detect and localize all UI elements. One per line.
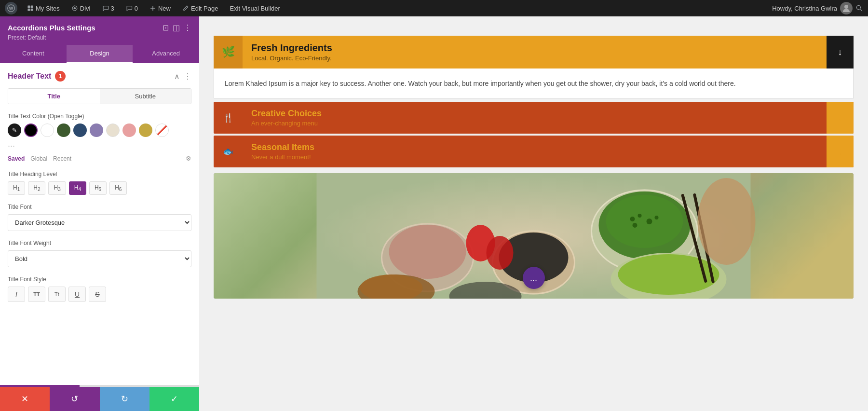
cancel-button[interactable]: ✕ [0,387,50,411]
color-swatches-row: ✎ [8,123,191,137]
expand-icon[interactable]: ◫ [173,23,180,32]
dots-icon[interactable]: ··· [8,141,15,151]
undo-button[interactable]: ↺ [50,387,99,411]
accordion-header-seasonal[interactable]: 🐟 Seasonal Items Never a dull moment! ↓ [214,136,854,167]
minimize-icon[interactable]: ⊡ [163,23,169,32]
heading-h4[interactable]: H4 [69,181,86,195]
sub-tab-subtitle[interactable]: Subtitle [100,89,191,104]
accordion-toggle-seasonal[interactable]: ↓ [827,136,854,167]
title-font-select[interactable]: Darker Grotesque [8,214,191,231]
heading-level-label: Title Heading Level [8,171,191,178]
tab-design[interactable]: Design [67,45,133,63]
title-font-weight-section: Title Font Weight Bold [8,240,191,267]
sub-tabs: Title Subtitle [8,88,191,104]
title-font-weight-select[interactable]: Bold [8,250,191,267]
uppercase-button[interactable]: TT [28,287,45,302]
accordion-icon-creative: 🍴 [214,102,243,134]
strikethrough-button[interactable]: S [89,287,106,302]
svg-point-16 [638,214,642,218]
save-button[interactable]: ✓ [149,387,199,411]
color-swatch-darkgreen[interactable] [57,123,70,137]
new-link[interactable]: New [148,5,173,12]
divi-label: Divi [80,5,91,12]
section-options-icon[interactable]: ⋮ [184,72,191,81]
heading-h5[interactable]: H5 [89,181,107,195]
redo-icon: ↻ [121,394,128,404]
italic-button[interactable]: I [8,287,25,302]
accordion-text-seasonal: Seasonal Items Never a dull moment! [243,136,827,167]
svg-rect-4 [27,9,30,11]
edit-page-label: Edit Page [191,5,218,12]
color-tab-global[interactable]: Global [30,155,47,162]
exit-builder-link[interactable]: Exit Visual Builder [228,5,282,12]
wp-logo-icon[interactable]: W [5,2,17,14]
title-font-style-label: Title Font Style [8,276,191,283]
svg-rect-2 [27,5,30,8]
svg-rect-5 [31,9,33,11]
accordion-text-creative: Creative Choices An ever-changing menu [243,102,827,134]
accordion-text-fresh: Fresh Ingredients Local. Organic. Eco-Fr… [243,36,827,68]
heading-h1[interactable]: H1 [8,181,25,195]
title-font-style-section: Title Font Style I TT Tt U S [8,276,191,302]
svg-point-7 [844,5,848,9]
divi-link[interactable]: Divi [69,5,93,12]
heading-h2[interactable]: H2 [28,181,45,195]
cancel-icon: ✕ [21,394,28,404]
font-style-buttons: I TT Tt U S [8,287,191,302]
accordion-header-creative[interactable]: 🍴 Creative Choices An ever-changing menu… [214,102,854,134]
color-swatch-beige[interactable] [106,123,120,137]
preset-selector[interactable]: Preset: Default [8,34,191,41]
food-image-background: ... [214,173,854,299]
heading-buttons-row: H1 H2 H3 H4 H5 H6 [8,181,191,195]
wp-admin-bar: W My Sites Divi 3 0 New Edit Page Exit V… [0,0,868,16]
color-swatch-white[interactable] [41,123,54,137]
accordion-toggle-creative[interactable]: ↓ [827,102,854,134]
search-icon[interactable] [855,4,863,12]
title-font-section: Title Font Darker Grotesque [8,204,191,231]
accordion-subtitle-fresh: Local. Organic. Eco-Friendly. [251,55,818,62]
accordion-title-seasonal: Seasonal Items [251,142,818,152]
edit-page-link[interactable]: Edit Page [180,5,220,12]
sub-tab-title[interactable]: Title [8,89,100,104]
color-swatch-black[interactable] [24,123,38,137]
underline-button[interactable]: U [68,287,86,302]
color-swatch-purple[interactable] [90,123,103,137]
user-avatar[interactable] [840,2,853,14]
svg-rect-3 [31,5,33,8]
my-sites-link[interactable]: My Sites [25,5,62,12]
accordion-header-fresh[interactable]: 🌿 Fresh Ingredients Local. Organic. Eco-… [214,36,854,68]
tab-advanced[interactable]: Advanced [133,45,199,63]
floating-menu-button[interactable]: ... [523,267,545,289]
section-header: Header Text 1 ∧ ⋮ [8,71,191,82]
color-swatch-pink[interactable] [122,123,136,137]
comments-counter[interactable]: 3 [100,5,116,12]
color-swatch-clear[interactable] [155,123,169,137]
comments-link[interactable]: 0 [124,5,140,12]
capitalize-button[interactable]: Tt [48,287,66,302]
svg-point-15 [630,217,635,221]
heading-h3[interactable]: H3 [48,181,66,195]
arrow-down-icon: ↓ [838,47,842,57]
color-swatch-darkblue[interactable] [73,123,87,137]
svg-text:W: W [9,6,14,11]
color-settings-icon[interactable]: ⚙ [186,155,191,162]
collapse-icon[interactable]: ∧ [174,72,180,81]
color-swatch-gold[interactable] [139,123,152,137]
section-badge: 1 [55,71,66,82]
svg-point-18 [655,216,659,219]
panel-content: Header Text 1 ∧ ⋮ Title Subtitle Title T… [0,63,199,385]
title-color-label: Title Text Color (Open Toggle) [8,113,191,120]
exit-builder-label: Exit Visual Builder [230,5,280,12]
accordion-subtitle-creative: An ever-changing menu [251,120,818,127]
eyedropper-swatch[interactable]: ✎ [8,123,21,137]
tab-content[interactable]: Content [0,45,67,63]
color-tab-recent[interactable]: Recent [53,155,71,162]
heading-h6[interactable]: H6 [109,181,127,195]
redo-button[interactable]: ↻ [100,387,149,411]
accordion-toggle-fresh[interactable]: ↓ [827,36,854,68]
user-section: Howdy, Christina Gwira [772,2,863,14]
color-tab-saved[interactable]: Saved [8,155,25,162]
new-label: New [158,5,171,12]
title-font-label: Title Font [8,204,191,210]
more-options-icon[interactable]: ⋮ [184,23,191,32]
